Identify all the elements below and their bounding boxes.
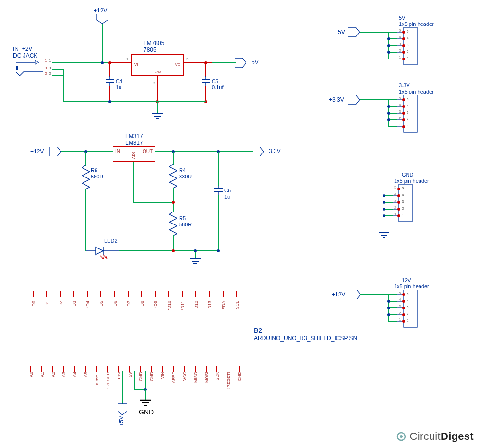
u2-part: LM317: [125, 140, 143, 146]
pin-stub: [87, 291, 88, 297]
pin-stub: [141, 291, 142, 297]
pin-label: D8: [140, 301, 144, 307]
svg-rect-57: [404, 290, 417, 327]
wire: [173, 188, 174, 212]
port-3v3-hdr: [348, 95, 360, 105]
port-12v-hdr: [349, 290, 360, 299]
u2-name: LM317: [125, 133, 143, 140]
schematic-canvas: +12V IN_+2V DC JACK 1 3 2 1 3 2 C4 1u LM…: [0, 0, 480, 448]
pin-label: D2: [59, 301, 63, 307]
pin-stub: [151, 366, 152, 372]
gnd-label-b2: GND: [139, 408, 154, 416]
pin-stub: [184, 366, 185, 372]
wire: [205, 63, 206, 77]
pin-label: A2: [51, 372, 56, 377]
led2-ref: LED2: [104, 238, 118, 244]
wire: [109, 63, 110, 77]
resistor-r5: [169, 212, 177, 236]
svg-marker-15: [235, 58, 246, 68]
wire: [63, 101, 206, 102]
junction: [172, 249, 175, 252]
wire: [109, 62, 125, 63]
gnd-symbol-1: [152, 113, 163, 119]
logo: CircuitDigest: [396, 430, 474, 443]
dcjack-pin2r: 2: [49, 71, 51, 76]
pin-label: GND: [138, 372, 143, 381]
u2-adj: ADJ: [132, 152, 136, 159]
wire: [52, 69, 64, 70]
wire: [155, 151, 253, 152]
c4-ref: C4: [116, 78, 122, 84]
r5-ref: R5: [179, 215, 186, 221]
wire: [218, 195, 219, 251]
junction: [108, 61, 111, 64]
pin-label: D7: [126, 301, 131, 307]
pin-label: 3.3V: [117, 372, 121, 381]
u1-name: LM7805: [144, 40, 164, 47]
pin-stub: [155, 291, 156, 297]
wire: [119, 250, 219, 251]
hgnd-name: GND: [402, 172, 413, 177]
junction: [172, 201, 175, 204]
logo-a: Circuit: [410, 430, 441, 442]
wire: [122, 371, 123, 404]
b2-part: ARDUINO_UNO_R3_SHIELD_ICSP SN: [254, 335, 357, 342]
pin-stub: [129, 366, 130, 372]
led2-symbol: [86, 246, 120, 260]
pin-label: MISO: [193, 372, 198, 383]
u1-pin1: 1: [126, 57, 128, 61]
pin-label: *D9: [153, 301, 158, 308]
b2-top-pins: D0D1D2D3*D4D5D6D7D8*D9*D10*D11D12D13SDAS…: [20, 297, 250, 298]
wire: [173, 235, 174, 251]
r6-ref: R6: [91, 167, 97, 173]
pin-label: IOREF: [95, 372, 99, 385]
capacitor-c4: [106, 76, 114, 87]
u1-pin3: 3: [186, 57, 188, 61]
pin-label: 5V: [128, 372, 132, 377]
pin-stub: [239, 366, 240, 372]
ic-lm317: IN OUT ADJ: [113, 146, 155, 162]
capacitor-c5: [202, 76, 210, 87]
wire: [212, 62, 236, 63]
svg-marker-32: [252, 147, 264, 156]
header-12v: 5 4 3 2 1 5 4 3 2 1: [397, 290, 422, 329]
pin-stub: [46, 291, 47, 297]
wire: [184, 62, 213, 63]
port-3v3-out: [252, 147, 264, 156]
pin-label: D6: [113, 301, 118, 307]
svg-marker-33: [348, 27, 360, 37]
pin-label: D12: [194, 301, 199, 309]
port-5v-out: [235, 58, 246, 68]
u1-vo: VO: [175, 62, 180, 67]
junction: [194, 249, 197, 252]
pin-label: MOSI: [204, 372, 209, 383]
wire: [157, 76, 158, 102]
netlabel-12v-top: +12V: [94, 7, 107, 14]
pin-label: SDA: [221, 301, 226, 310]
svg-marker-26: [102, 257, 104, 259]
pin-stub: [114, 291, 115, 297]
pin-label: D13: [207, 301, 212, 309]
dcjack-label: IN_+2V DC JACK: [13, 46, 37, 59]
pin-stub: [30, 366, 31, 372]
wire: [205, 86, 206, 102]
pin-label: AREF: [171, 372, 176, 383]
pin-stub: [63, 366, 64, 372]
pin-label: GND: [237, 372, 242, 381]
wire: [145, 371, 146, 390]
netlabel-5v-hdr: +5V: [335, 29, 345, 35]
pin-label: A1: [40, 372, 45, 377]
c6-val: 1u: [224, 194, 230, 200]
port-5v-b2: [118, 403, 127, 415]
hgnd-desc: 1x5 pin header: [394, 178, 429, 184]
resistor-r4: [169, 164, 177, 188]
pin-label: SCK: [215, 372, 220, 381]
pin-stub: [195, 291, 196, 297]
header-gnd: 5 4 3 2 1 5 4 3 2 1: [392, 184, 417, 224]
svg-rect-36: [404, 27, 417, 65]
netlabel-12v-hdr: +12V: [332, 291, 345, 298]
c6-ref: C6: [224, 188, 231, 193]
dc-jack-symbol: [16, 60, 45, 80]
pin-stub: [168, 291, 169, 297]
u2-in: IN: [115, 149, 120, 154]
